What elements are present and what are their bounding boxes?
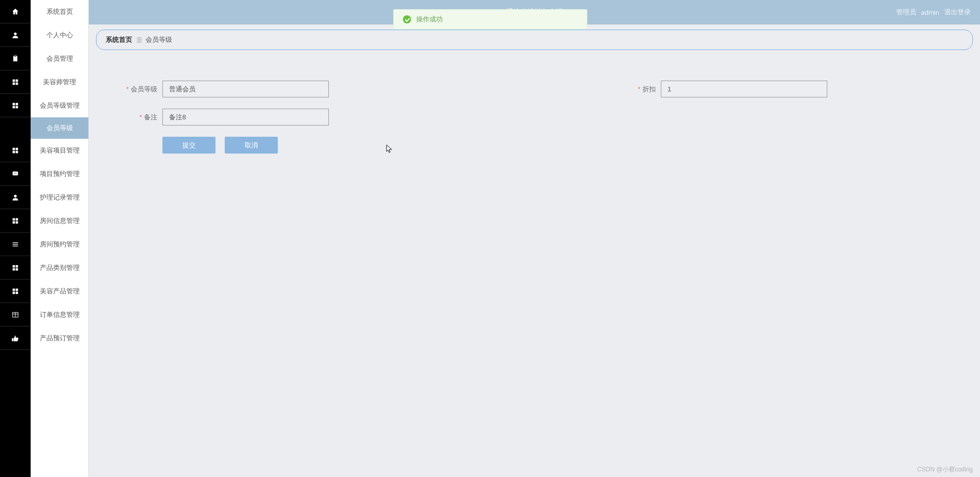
svg-rect-13	[13, 150, 15, 153]
svg-rect-23	[16, 221, 18, 223]
svg-rect-6	[16, 82, 18, 85]
sidebar-icon-grid-2[interactable]	[0, 94, 31, 117]
svg-rect-33	[13, 291, 15, 294]
sidebar-item-personal[interactable]: 个人中心	[31, 23, 88, 47]
input-remark[interactable]	[162, 109, 329, 125]
sidebar-icon-home[interactable]	[0, 0, 31, 23]
breadcrumb-sep-icon: ☰	[136, 36, 141, 44]
svg-rect-10	[16, 106, 18, 108]
watermark: CSDN @小蔡coding	[917, 465, 973, 474]
svg-rect-25	[13, 244, 18, 244]
button-row: 提交 取消	[162, 137, 958, 154]
svg-point-16	[14, 173, 14, 173]
sidebar-item-home[interactable]: 系统首页	[31, 0, 88, 23]
svg-rect-4	[16, 79, 18, 82]
svg-point-19	[14, 194, 16, 197]
sidebar-icon-user-2[interactable]	[0, 186, 31, 209]
submit-button[interactable]: 提交	[162, 137, 216, 154]
sidebar-item-order-info[interactable]: 订单信息管理	[31, 303, 88, 327]
sidebar-item-product-category[interactable]: 产品类别管理	[31, 256, 88, 280]
form-area: 会员等级 折扣 备注 提交 取消	[96, 50, 973, 154]
sidebar-sub-spacer	[0, 117, 31, 139]
sidebar-item-member-level[interactable]: 会员等级管理	[31, 94, 88, 117]
svg-rect-22	[13, 221, 15, 223]
svg-point-17	[15, 173, 15, 173]
breadcrumb: 系统首页 ☰ 会员等级	[96, 30, 973, 50]
svg-rect-5	[13, 82, 15, 85]
breadcrumb-home[interactable]: 系统首页	[106, 35, 132, 44]
sidebar-item-project-reserve[interactable]: 项目预约管理	[31, 162, 88, 186]
admin-name[interactable]: admin	[921, 9, 939, 16]
check-circle-icon	[403, 15, 411, 23]
svg-rect-28	[16, 265, 18, 267]
sidebar-icon-list[interactable]	[0, 233, 31, 256]
toast-text: 操作成功	[416, 15, 443, 24]
sidebar-item-beautician[interactable]: 美容师管理	[31, 70, 88, 94]
svg-rect-26	[13, 245, 18, 246]
text-sidebar: 系统首页 个人中心 会员管理 美容师管理 会员等级管理 会员等级 美容项目管理 …	[31, 0, 89, 477]
sidebar-item-product-reserve[interactable]: 产品预订管理	[31, 327, 88, 350]
form-col-remark: 备注	[111, 109, 329, 125]
sidebar-item-room-reserve[interactable]: 房间预约管理	[31, 233, 88, 256]
svg-rect-21	[16, 218, 18, 220]
sidebar-icon-user[interactable]	[0, 23, 31, 47]
svg-rect-8	[16, 103, 18, 105]
label-remark: 备注	[111, 113, 162, 122]
form-col-discount: 折扣	[620, 81, 827, 97]
sidebar-item-care-record[interactable]: 护理记录管理	[31, 186, 88, 209]
form-row-2: 备注	[111, 109, 958, 125]
breadcrumb-current: 会员等级	[146, 35, 172, 44]
sidebar-icon-grid-1[interactable]	[0, 70, 31, 94]
svg-rect-7	[13, 103, 15, 105]
header-right: 管理员 admin 退出登录	[896, 8, 971, 17]
content-area: 系统首页 ☰ 会员等级 会员等级 折扣 备注 提交 取消	[89, 24, 980, 477]
sidebar-icon-grid-3[interactable]	[0, 139, 31, 162]
svg-point-18	[16, 173, 16, 173]
svg-rect-3	[13, 79, 15, 82]
cancel-button[interactable]: 取消	[225, 137, 278, 154]
admin-role: 管理员	[896, 8, 916, 17]
form-col-member-level: 会员等级	[111, 81, 329, 97]
sidebar-icon-chat[interactable]	[0, 162, 31, 186]
svg-rect-34	[16, 291, 18, 294]
svg-rect-32	[16, 288, 18, 291]
form-row-1: 会员等级 折扣	[111, 81, 958, 97]
svg-rect-30	[16, 268, 18, 270]
sidebar-icon-grid-6[interactable]	[0, 280, 31, 303]
svg-rect-29	[13, 268, 15, 270]
label-member-level: 会员等级	[111, 85, 162, 94]
svg-rect-24	[13, 242, 18, 243]
svg-rect-9	[13, 106, 15, 108]
sidebar-icon-grid-4[interactable]	[0, 209, 31, 233]
sidebar-item-beauty-product[interactable]: 美容产品管理	[31, 280, 88, 303]
svg-rect-14	[16, 150, 18, 153]
sidebar-item-room-info[interactable]: 房间信息管理	[31, 209, 88, 233]
logout-link[interactable]: 退出登录	[944, 8, 971, 17]
icon-sidebar	[0, 0, 31, 477]
svg-rect-11	[13, 147, 15, 150]
toast-success: 操作成功	[393, 9, 587, 30]
sidebar-icon-table[interactable]	[0, 303, 31, 327]
sidebar-icon-thumb[interactable]	[0, 327, 31, 350]
svg-point-0	[14, 32, 16, 35]
sidebar-sub-member-level[interactable]: 会员等级	[31, 117, 88, 139]
svg-rect-12	[16, 147, 18, 150]
svg-rect-27	[13, 265, 15, 267]
sidebar-item-beauty-project[interactable]: 美容项目管理	[31, 139, 88, 162]
svg-rect-31	[13, 288, 15, 291]
svg-rect-20	[13, 218, 15, 220]
sidebar-item-member[interactable]: 会员管理	[31, 47, 88, 70]
input-discount[interactable]	[661, 81, 827, 97]
svg-rect-2	[14, 55, 16, 57]
input-member-level[interactable]	[162, 81, 329, 97]
sidebar-icon-clipboard[interactable]	[0, 47, 31, 70]
sidebar-icon-grid-5[interactable]	[0, 256, 31, 280]
label-discount: 折扣	[620, 85, 661, 94]
